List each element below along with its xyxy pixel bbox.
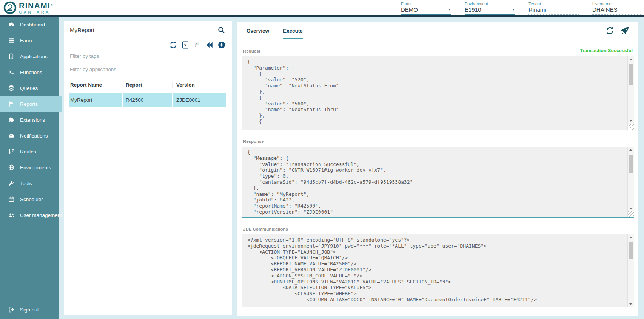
table-row-myreport[interactable]: MyReport R42500 ZJDE0001	[69, 93, 226, 107]
cell-report-name: MyReport	[69, 93, 122, 107]
report-search-row	[69, 23, 226, 37]
sidebar-item-tools[interactable]: Tools	[0, 175, 59, 191]
sidebar-item-functions[interactable]: Functions	[0, 64, 59, 80]
refresh-icon[interactable]	[605, 26, 614, 35]
request-textarea[interactable]: { "Parameter": [ { "value": "520", "name…	[242, 56, 634, 130]
add-icon[interactable]	[217, 40, 226, 49]
sidebar-item-farm[interactable]: Farm	[0, 33, 59, 48]
logo-subbrand: CANTARA	[19, 10, 53, 14]
sidebar-item-user-management[interactable]: User management	[0, 207, 59, 223]
transaction-status-badge: Transaction Successful	[580, 48, 633, 53]
hand-pointer-icon[interactable]: ☝	[193, 40, 202, 49]
detail-action-icons	[605, 22, 629, 39]
scrollbar-thumb[interactable]	[629, 242, 633, 259]
rocket-icon[interactable]	[621, 26, 629, 35]
sidebar-item-label: Tools	[20, 181, 32, 186]
tab-execute[interactable]: Execute	[283, 22, 303, 39]
sidebar-item-queries[interactable]: Queries	[0, 80, 59, 96]
sidebar-item-label: Scheduler	[20, 197, 43, 202]
scroll-up-icon[interactable]	[629, 237, 632, 238]
header-divider	[0, 15, 644, 17]
execute-tab-content: Request Transaction Successful { "Parame…	[237, 48, 638, 307]
sidebar-item-scheduler[interactable]: Scheduler	[0, 191, 59, 207]
logo-text: RINAMI® CANTARA	[19, 2, 53, 14]
environments-icon	[8, 164, 15, 171]
sidebar-item-reports[interactable]: Reports	[0, 96, 62, 112]
user-management-icon	[8, 212, 15, 218]
jde-communications-label: JDE Communications	[243, 227, 288, 231]
scroll-up-icon[interactable]	[629, 149, 632, 151]
sidebar-item-applications[interactable]: Applications	[0, 48, 59, 64]
jde-communications-xml: <?xml version="1.0" encoding="UTF-8" sta…	[247, 237, 622, 303]
username-label: Username	[592, 2, 642, 6]
logo-brand: RINAMI	[19, 1, 51, 10]
sidebar-item-environments[interactable]: Environments	[0, 160, 59, 175]
app-logo[interactable]: RINAMI® CANTARA	[3, 1, 53, 14]
filter-tags-input[interactable]	[69, 50, 226, 63]
jde-communications-textarea[interactable]: <?xml version="1.0" encoding="UTF-8" sta…	[242, 234, 634, 307]
tools-icon	[8, 180, 15, 187]
response-scrollbar[interactable]	[627, 147, 634, 217]
sidebar-item-label: Queries	[20, 85, 38, 91]
tenant-field: Tenant Rinami	[528, 2, 579, 15]
tenant-label: Tenant	[528, 2, 579, 6]
header-context-fields: Farm DEMO ▼ Environment E1910 ▼ Tenant R…	[401, 2, 642, 15]
reports-flag-icon	[8, 101, 15, 107]
sidebar-item-label: Reports	[20, 101, 38, 107]
report-search-input[interactable]	[69, 23, 213, 37]
resize-grip[interactable]	[628, 124, 634, 130]
sign-out-icon	[8, 306, 15, 313]
filter-applications-row	[69, 63, 226, 76]
sidebar-item-label: Notifications	[20, 133, 48, 139]
report-detail-panel: Overview Execute Request Transaction Suc…	[237, 22, 638, 316]
sidebar-item-label: Routes	[20, 149, 36, 155]
filter-applications-input[interactable]	[69, 63, 226, 76]
sidebar-item-label: Functions	[20, 70, 42, 75]
scroll-down-icon[interactable]	[629, 120, 632, 122]
sidebar-item-notifications[interactable]: Notifications	[0, 128, 59, 144]
scroll-down-icon[interactable]	[629, 303, 632, 305]
sidebar-item-extensions[interactable]: Extensions	[0, 112, 59, 128]
sidebar-item-label: Applications	[20, 54, 48, 59]
response-section-head: Response	[243, 139, 633, 144]
refresh-icon[interactable]	[169, 40, 177, 49]
sign-out-label: Sign out	[20, 307, 39, 313]
request-scrollbar[interactable]	[627, 56, 634, 130]
scrollbar-thumb[interactable]	[629, 64, 633, 85]
column-header-version: Version	[172, 82, 226, 88]
farm-label: Farm	[401, 2, 451, 6]
jde-communications-section-head: JDE Communications	[243, 227, 633, 231]
sidebar-item-label: Environments	[20, 165, 51, 170]
sidebar-item-label: Extensions	[20, 117, 45, 123]
tenant-value: Rinami	[528, 6, 579, 15]
farm-select[interactable]: DEMO ▼	[401, 6, 451, 15]
extensions-icon	[8, 116, 15, 123]
resize-grip[interactable]	[628, 211, 634, 217]
search-icon[interactable]	[217, 26, 225, 34]
chevron-down-icon: ▼	[448, 8, 451, 11]
sidebar-item-dashboard[interactable]: Dashboard	[0, 17, 59, 33]
report-list-panel: x ☝ Report Name Report Version MyReport …	[64, 21, 232, 315]
environment-value: E1910	[465, 6, 481, 13]
reports-table: Report Name Report Version MyReport R425…	[69, 77, 226, 107]
column-header-report: Report	[122, 82, 172, 88]
rewind-icon[interactable]	[205, 40, 214, 49]
jde-scrollbar[interactable]	[627, 234, 634, 307]
sign-out-button[interactable]: Sign out	[0, 302, 59, 317]
excel-export-icon[interactable]: x	[181, 40, 190, 49]
tab-overview[interactable]: Overview	[246, 22, 270, 39]
detail-tabbar: Overview Execute	[237, 22, 638, 39]
sidebar-item-routes[interactable]: Routes	[0, 144, 59, 160]
response-textarea[interactable]: { "Message": { "value": "Transaction Suc…	[242, 147, 634, 218]
applications-icon	[8, 53, 15, 60]
svg-text:x: x	[184, 43, 186, 47]
scrollbar-thumb[interactable]	[629, 155, 633, 173]
scroll-up-icon[interactable]	[629, 59, 632, 60]
cell-version: ZJDE0001	[172, 93, 226, 107]
environment-select[interactable]: E1910 ▼	[465, 6, 515, 15]
logo-registered-mark: ®	[51, 3, 53, 6]
request-section-head: Request Transaction Successful	[243, 48, 633, 53]
scroll-down-icon[interactable]	[629, 208, 632, 209]
environment-label: Environment	[465, 2, 515, 6]
farm-icon	[8, 37, 15, 44]
